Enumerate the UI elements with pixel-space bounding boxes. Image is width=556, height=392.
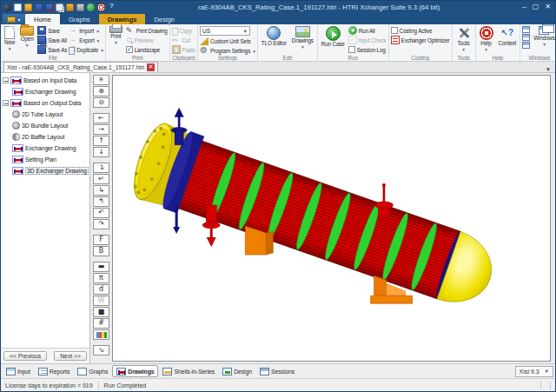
session-log-checkbox-item[interactable]: Session Log	[348, 45, 387, 54]
document-list-dropdown[interactable]: ▼	[541, 67, 555, 72]
window-layout-icon[interactable]	[522, 26, 530, 33]
save-icon[interactable]	[35, 3, 43, 11]
run-icon[interactable]	[87, 3, 95, 11]
show-dimensions-button[interactable]: d	[93, 284, 109, 295]
rotate-down-button[interactable]: ↴	[93, 163, 109, 173]
save-button[interactable]: Save	[37, 26, 67, 35]
window-layout-icon[interactable]	[522, 34, 530, 41]
document-tab[interactable]: Xist - raE-9304AB_CKS_Rating_Case.1_1911…	[3, 62, 158, 72]
pan-left-button[interactable]: ←	[93, 113, 109, 123]
zoom-out-button[interactable]: ⊖	[93, 97, 109, 108]
view-tab-shells-in-series[interactable]: Shells-in-Series	[159, 365, 218, 377]
tree-item-setting-plan[interactable]: Setting Plan	[3, 154, 89, 165]
drawing-canvas[interactable]	[112, 75, 551, 362]
app-logo-icon[interactable]	[3, 3, 11, 11]
input-check-button[interactable]: Input Check	[348, 36, 387, 44]
help-button[interactable]: Help	[478, 25, 495, 53]
copy-icon[interactable]	[56, 3, 63, 11]
minimize-button[interactable]: –	[522, 3, 526, 11]
context-help-button[interactable]: Context	[497, 25, 519, 47]
custom-unit-sets-button[interactable]: Custom Unit Sets	[200, 37, 255, 45]
tab-design[interactable]: Design	[145, 14, 182, 24]
costing-active-checkbox[interactable]	[391, 27, 398, 34]
module-selector[interactable]: Xist 9.3▼	[515, 366, 553, 377]
tab-graphs[interactable]: Graphs	[60, 14, 99, 24]
tree-item-2d-baffle-layout[interactable]: 2D Baffle Layout	[3, 131, 89, 143]
show-weights-button[interactable]: W	[93, 296, 109, 306]
collapse-expander-icon[interactable]	[3, 77, 9, 83]
pan-down-button[interactable]: ↓	[93, 147, 109, 157]
exchanger-optimizer-button[interactable]: Exchanger Optimizer	[391, 36, 450, 44]
unit-set-combobox[interactable]: US▼	[200, 26, 250, 36]
print-button[interactable]: Print	[108, 25, 124, 46]
next-button[interactable]: Next >>	[54, 351, 87, 361]
tree-item-based-on-input-data[interactable]: Based on Input Data	[3, 75, 89, 86]
view-tab-design[interactable]: Design	[219, 365, 255, 377]
zoom-in-button[interactable]: ⊕	[93, 86, 109, 96]
window-layout-icon[interactable]	[522, 42, 530, 49]
document-close-button[interactable]: ✕	[147, 63, 155, 71]
print-icon[interactable]	[76, 3, 84, 11]
collapse-expander-icon[interactable]	[3, 100, 9, 106]
context-help-icon[interactable]	[108, 3, 116, 11]
help-icon[interactable]	[97, 3, 105, 11]
export-button[interactable]: Export	[69, 36, 103, 44]
tab-drawings[interactable]: Drawings	[99, 14, 146, 24]
open-file-icon[interactable]	[24, 3, 32, 11]
application-menu-button[interactable]: ▾	[3, 14, 25, 24]
tree-item-3d-exchanger-drawing[interactable]: 3D Exchanger Drawing	[3, 165, 89, 176]
show-hatch-button[interactable]: #	[93, 318, 109, 329]
view-back-button[interactable]: B	[93, 246, 109, 256]
close-button[interactable]: ✕	[545, 3, 551, 11]
rotate-left-button[interactable]: ↰	[93, 196, 109, 207]
tlo-editor-button[interactable]: TLO Editor	[260, 25, 288, 47]
program-settings-button[interactable]: Program Settings	[200, 46, 255, 55]
rotate-down-alt-button[interactable]: ↵	[93, 174, 109, 184]
view-tab-sessions[interactable]: Sessions	[256, 365, 298, 377]
view-tab-drawings[interactable]: Drawings	[112, 365, 158, 377]
save-all-button[interactable]: Save All	[37, 36, 67, 44]
copy-button[interactable]: Copy	[172, 26, 195, 35]
view-tab-input[interactable]: Input	[3, 365, 34, 377]
pan-right-button[interactable]: →	[93, 124, 109, 135]
maximize-button[interactable]: ▢	[533, 3, 539, 11]
open-button[interactable]: Open	[18, 25, 36, 49]
fit-view-button[interactable]: ✳	[93, 75, 109, 85]
tree-item-3d-bundle-layout[interactable]: 3D Bundle Layout	[3, 120, 89, 131]
show-shell-button[interactable]: ▬	[93, 262, 109, 272]
show-solid-button[interactable]: ■	[93, 307, 109, 317]
windows-button[interactable]: Windows	[532, 25, 555, 48]
rotate-cw-button[interactable]: ↷	[93, 219, 109, 229]
landscape-checkbox[interactable]	[126, 46, 133, 53]
duplicate-button[interactable]: Duplicate	[69, 45, 103, 54]
rotate-right-button[interactable]: ↳	[93, 185, 109, 196]
previous-button[interactable]: << Previous	[3, 351, 47, 361]
tree-item-exchanger-drawing-input[interactable]: Exchanger Drawing	[3, 86, 89, 97]
import-icon[interactable]	[66, 3, 74, 11]
run-case-button[interactable]: Run Case	[320, 25, 347, 48]
view-front-button[interactable]: F	[93, 235, 109, 245]
rotate-ccw-button[interactable]: ↶	[93, 208, 109, 218]
tree-item-2d-tube-layout[interactable]: 2D Tube Layout	[3, 109, 89, 120]
session-log-checkbox[interactable]	[348, 46, 355, 53]
new-file-icon[interactable]	[14, 3, 22, 11]
drawings-button[interactable]: Drawings	[290, 25, 315, 50]
cut-button[interactable]: Cut	[172, 36, 195, 44]
view-tab-reports[interactable]: Reports	[35, 365, 73, 377]
save-as-button[interactable]: Save As	[37, 45, 67, 54]
show-colors-button[interactable]	[93, 329, 109, 340]
tools-button[interactable]: Tools	[454, 25, 473, 53]
run-all-button[interactable]: Run All	[348, 26, 387, 35]
show-tubes-button[interactable]: π	[93, 273, 109, 283]
measure-button[interactable]: ⇘	[93, 345, 109, 355]
landscape-checkbox-item[interactable]: Landscape	[126, 45, 168, 54]
tree-item-based-on-output-data[interactable]: Based on Output Data	[3, 97, 89, 109]
costing-active-checkbox-item[interactable]: Costing Active	[391, 26, 450, 35]
import-button[interactable]: Import	[69, 26, 103, 35]
print-drawing-button[interactable]: Print Drawing	[126, 26, 168, 35]
tree-item-exchanger-drawing-output[interactable]: Exchanger Drawing	[3, 143, 89, 154]
preview-button[interactable]: Preview	[126, 36, 168, 44]
tab-home[interactable]: Home	[25, 14, 60, 24]
save-all-icon[interactable]	[45, 3, 53, 11]
new-button[interactable]: New	[3, 25, 17, 52]
